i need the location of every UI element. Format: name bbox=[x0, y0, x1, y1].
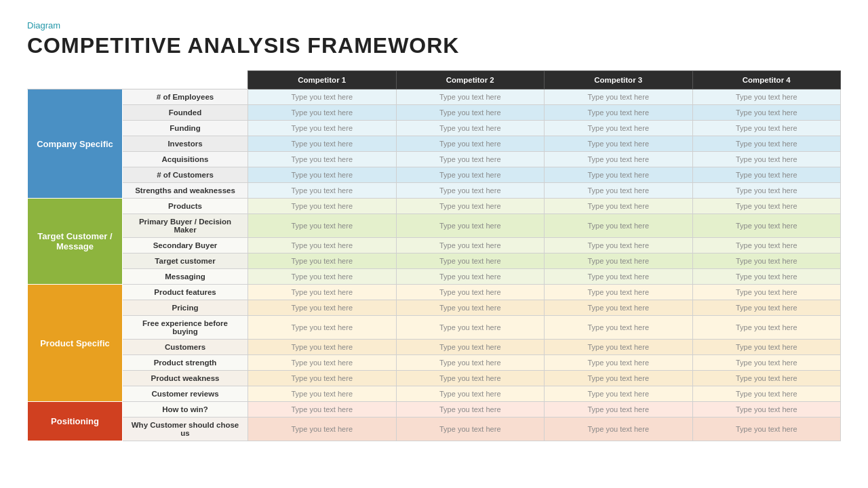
table-row: MessagingType you text hereType you text… bbox=[28, 269, 841, 285]
data-cell[interactable]: Type you text here bbox=[545, 152, 693, 167]
data-cell[interactable]: Type you text here bbox=[692, 167, 841, 183]
data-cell[interactable]: Type you text here bbox=[545, 340, 693, 355]
data-cell[interactable]: Type you text here bbox=[545, 136, 693, 152]
data-cell[interactable]: Type you text here bbox=[692, 89, 841, 105]
data-cell[interactable]: Type you text here bbox=[545, 238, 693, 253]
data-cell[interactable]: Type you text here bbox=[248, 238, 397, 253]
data-cell[interactable]: Type you text here bbox=[248, 152, 397, 167]
data-cell[interactable]: Type you text here bbox=[248, 300, 397, 316]
data-cell[interactable]: Type you text here bbox=[692, 105, 841, 121]
table-row: Primary Buyer / Decision MakerType you t… bbox=[28, 214, 841, 238]
data-cell[interactable]: Type you text here bbox=[248, 269, 397, 285]
data-cell[interactable]: Type you text here bbox=[248, 371, 397, 386]
data-cell[interactable]: Type you text here bbox=[396, 418, 545, 441]
row-label: Free experience before buying bbox=[123, 316, 248, 340]
data-cell[interactable]: Type you text here bbox=[692, 316, 841, 340]
data-cell[interactable]: Type you text here bbox=[545, 355, 693, 371]
data-cell[interactable]: Type you text here bbox=[396, 121, 545, 136]
data-cell[interactable]: Type you text here bbox=[692, 371, 841, 386]
data-cell[interactable]: Type you text here bbox=[396, 136, 545, 152]
data-cell[interactable]: Type you text here bbox=[692, 269, 841, 285]
data-cell[interactable]: Type you text here bbox=[545, 167, 693, 183]
row-label: Investors bbox=[123, 136, 248, 152]
data-cell[interactable]: Type you text here bbox=[545, 89, 693, 105]
data-cell[interactable]: Type you text here bbox=[248, 167, 397, 183]
table-wrapper: Competitor 1 Competitor 2 Competitor 3 C… bbox=[27, 70, 841, 441]
data-cell[interactable]: Type you text here bbox=[396, 300, 545, 316]
data-cell[interactable]: Type you text here bbox=[692, 340, 841, 355]
row-label: Strengths and weaknesses bbox=[123, 183, 248, 199]
data-cell[interactable]: Type you text here bbox=[396, 285, 545, 300]
data-cell[interactable]: Type you text here bbox=[545, 269, 693, 285]
data-cell[interactable]: Type you text here bbox=[545, 402, 693, 418]
table-row: Target customerType you text hereType yo… bbox=[28, 253, 841, 269]
data-cell[interactable]: Type you text here bbox=[545, 105, 693, 121]
data-cell[interactable]: Type you text here bbox=[248, 285, 397, 300]
table-row: Target Customer / MessageProductsType yo… bbox=[28, 199, 841, 214]
data-cell[interactable]: Type you text here bbox=[248, 253, 397, 269]
data-cell[interactable]: Type you text here bbox=[396, 214, 545, 238]
data-cell[interactable]: Type you text here bbox=[545, 371, 693, 386]
data-cell[interactable]: Type you text here bbox=[396, 355, 545, 371]
table-row: Product strengthType you text hereType y… bbox=[28, 355, 841, 371]
data-cell[interactable]: Type you text here bbox=[692, 285, 841, 300]
data-cell[interactable]: Type you text here bbox=[248, 89, 397, 105]
data-cell[interactable]: Type you text here bbox=[692, 238, 841, 253]
data-cell[interactable]: Type you text here bbox=[396, 238, 545, 253]
data-cell[interactable]: Type you text here bbox=[545, 199, 693, 214]
data-cell[interactable]: Type you text here bbox=[692, 355, 841, 371]
data-cell[interactable]: Type you text here bbox=[396, 253, 545, 269]
data-cell[interactable]: Type you text here bbox=[248, 340, 397, 355]
data-cell[interactable]: Type you text here bbox=[248, 316, 397, 340]
data-cell[interactable]: Type you text here bbox=[248, 105, 397, 121]
data-cell[interactable]: Type you text here bbox=[396, 199, 545, 214]
data-cell[interactable]: Type you text here bbox=[545, 253, 693, 269]
data-cell[interactable]: Type you text here bbox=[545, 121, 693, 136]
data-cell[interactable]: Type you text here bbox=[692, 121, 841, 136]
data-cell[interactable]: Type you text here bbox=[545, 214, 693, 238]
data-cell[interactable]: Type you text here bbox=[545, 183, 693, 199]
data-cell[interactable]: Type you text here bbox=[692, 214, 841, 238]
data-cell[interactable]: Type you text here bbox=[692, 402, 841, 418]
table-row: Product SpecificProduct featuresType you… bbox=[28, 285, 841, 300]
competitive-analysis-table: Competitor 1 Competitor 2 Competitor 3 C… bbox=[27, 70, 841, 441]
data-cell[interactable]: Type you text here bbox=[692, 386, 841, 402]
data-cell[interactable]: Type you text here bbox=[692, 253, 841, 269]
data-cell[interactable]: Type you text here bbox=[396, 105, 545, 121]
data-cell[interactable]: Type you text here bbox=[248, 386, 397, 402]
category-target: Target Customer / Message bbox=[28, 199, 123, 285]
data-cell[interactable]: Type you text here bbox=[248, 121, 397, 136]
data-cell[interactable]: Type you text here bbox=[692, 152, 841, 167]
data-cell[interactable]: Type you text here bbox=[396, 402, 545, 418]
data-cell[interactable]: Type you text here bbox=[396, 167, 545, 183]
data-cell[interactable]: Type you text here bbox=[396, 152, 545, 167]
data-cell[interactable]: Type you text here bbox=[545, 418, 693, 441]
data-cell[interactable]: Type you text here bbox=[248, 418, 397, 441]
page-title: COMPETITIVE ANALYSIS FRAMEWORK bbox=[27, 33, 841, 58]
data-cell[interactable]: Type you text here bbox=[396, 386, 545, 402]
data-cell[interactable]: Type you text here bbox=[248, 355, 397, 371]
data-cell[interactable]: Type you text here bbox=[396, 89, 545, 105]
data-cell[interactable]: Type you text here bbox=[248, 136, 397, 152]
data-cell[interactable]: Type you text here bbox=[248, 199, 397, 214]
data-cell[interactable]: Type you text here bbox=[692, 136, 841, 152]
data-cell[interactable]: Type you text here bbox=[692, 300, 841, 316]
data-cell[interactable]: Type you text here bbox=[248, 214, 397, 238]
data-cell[interactable]: Type you text here bbox=[545, 316, 693, 340]
data-cell[interactable]: Type you text here bbox=[248, 402, 397, 418]
table-row: Free experience before buyingType you te… bbox=[28, 316, 841, 340]
data-cell[interactable]: Type you text here bbox=[396, 269, 545, 285]
data-cell[interactable]: Type you text here bbox=[396, 371, 545, 386]
data-cell[interactable]: Type you text here bbox=[396, 316, 545, 340]
data-cell[interactable]: Type you text here bbox=[692, 183, 841, 199]
row-label: Primary Buyer / Decision Maker bbox=[123, 214, 248, 238]
data-cell[interactable]: Type you text here bbox=[545, 300, 693, 316]
data-cell[interactable]: Type you text here bbox=[545, 285, 693, 300]
data-cell[interactable]: Type you text here bbox=[396, 183, 545, 199]
data-cell[interactable]: Type you text here bbox=[692, 199, 841, 214]
data-cell[interactable]: Type you text here bbox=[396, 340, 545, 355]
data-cell[interactable]: Type you text here bbox=[545, 386, 693, 402]
data-cell[interactable]: Type you text here bbox=[692, 418, 841, 441]
row-label: Product strength bbox=[123, 355, 248, 371]
data-cell[interactable]: Type you text here bbox=[248, 183, 397, 199]
